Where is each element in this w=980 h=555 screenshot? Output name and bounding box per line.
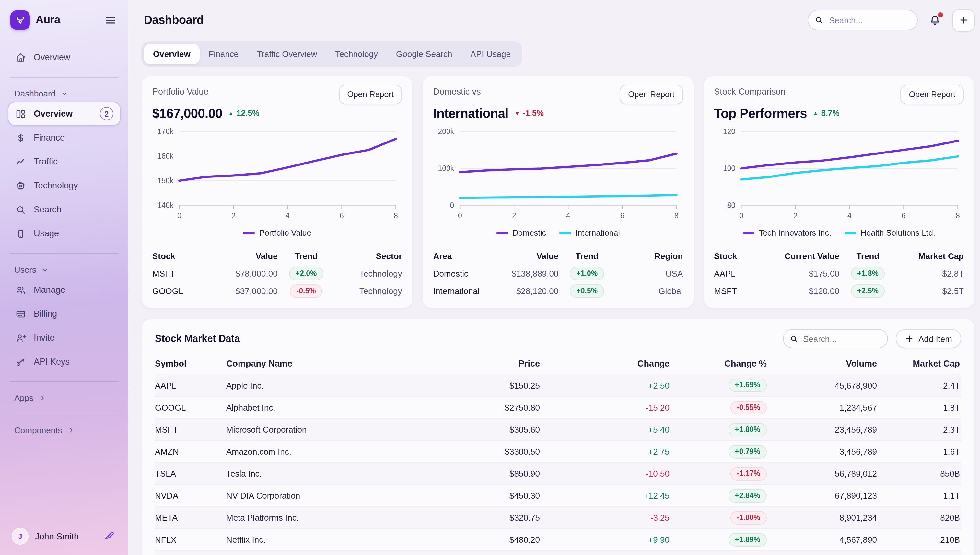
cell-change-pct: +2.84% — [671, 489, 768, 502]
card-value: Top Performers — [714, 106, 807, 121]
add-button[interactable] — [952, 9, 975, 31]
cell-value: $37,000.00 — [209, 286, 278, 296]
cell-volume: 3,456,789 — [768, 447, 878, 457]
chart-area: 0100k200k02468 — [433, 125, 683, 226]
sidebar-item-traffic[interactable]: Traffic — [8, 149, 121, 173]
cell-change-pct: -1.17% — [671, 467, 768, 481]
chevron-down-icon — [60, 89, 68, 98]
dollar-icon — [15, 132, 27, 143]
sidebar-item-billing[interactable]: Billing — [8, 302, 121, 326]
legend-item: Health Solutions Ltd. — [844, 229, 935, 238]
chart-area: 140k150k160k170k02468 — [152, 125, 402, 226]
sidebar-item-search[interactable]: Search — [8, 197, 121, 221]
notifications-button[interactable] — [927, 12, 943, 28]
legend-label: Health Solutions Ltd. — [861, 229, 935, 238]
chevron-right-icon — [66, 426, 75, 434]
cell-market-cap: 1.8T — [878, 403, 961, 412]
tab-finance[interactable]: Finance — [200, 44, 248, 64]
group-label-text: Components — [14, 425, 62, 435]
open-report-button[interactable]: Open Report — [901, 85, 964, 104]
sidebar-group-dashboard[interactable]: Dashboard — [8, 85, 121, 102]
sidebar-item-api-keys[interactable]: API Keys — [8, 350, 121, 374]
sidebar-item-finance[interactable]: Finance — [8, 126, 121, 149]
legend-label: Tech Innovators Inc. — [759, 229, 831, 238]
sidebar-item-usage[interactable]: Usage — [8, 221, 121, 245]
tab-traffic-overview[interactable]: Traffic Overview — [248, 44, 326, 64]
cell-company: Tesla Inc. — [226, 469, 418, 479]
theme-button[interactable] — [102, 529, 117, 544]
top-bar: Dashboard — [141, 8, 975, 32]
add-item-button[interactable]: Add Item — [896, 329, 961, 348]
cell-market-cap: 210B — [878, 535, 961, 545]
table-body: AAPLApple Inc.$150.25+2.50+1.69%45,678,9… — [155, 374, 961, 555]
trend-pill: -0.5% — [290, 285, 322, 298]
chart-legend: Tech Innovators Inc.Health Solutions Ltd… — [714, 227, 964, 239]
cell-category: $2.5T — [896, 286, 964, 296]
column-header: Value — [209, 251, 278, 261]
svg-text:8: 8 — [675, 212, 679, 220]
cell-change: +12.45 — [541, 491, 671, 500]
cell-market-cap: 850B — [878, 469, 961, 479]
column-header: Trend — [278, 251, 335, 261]
svg-text:6: 6 — [621, 212, 625, 220]
down-arrow-icon: ▼ — [514, 110, 520, 117]
tab-google-search[interactable]: Google Search — [387, 44, 461, 64]
cell-volume: 1,234,567 — [768, 403, 878, 412]
cell-company: Netflix Inc. — [226, 535, 418, 545]
search-icon — [789, 334, 798, 343]
open-report-button[interactable]: Open Report — [339, 85, 402, 104]
legend-item: Domestic — [496, 229, 546, 238]
svg-text:6: 6 — [340, 212, 344, 220]
table-header-row: StockValueTrendSector — [152, 247, 402, 265]
add-item-label: Add Item — [919, 334, 952, 343]
sidebar-item-manage[interactable]: Manage — [8, 278, 121, 302]
trend-pill: +0.79% — [728, 445, 767, 459]
sidebar-group-users[interactable]: Users — [8, 261, 121, 278]
tab-overview[interactable]: Overview — [144, 44, 200, 64]
divider — [10, 253, 119, 254]
sidebar-item-invite[interactable]: Invite — [8, 326, 121, 350]
column-header: Stock — [714, 251, 771, 261]
cell-change: -3.25 — [541, 513, 671, 523]
sidebar-item-label: API Keys — [34, 357, 113, 367]
legend-label: International — [575, 229, 620, 238]
legend-label: Domestic — [512, 229, 546, 238]
chart-legend: DomesticInternational — [433, 227, 683, 239]
chevron-right-icon — [38, 393, 46, 402]
svg-text:170k: 170k — [157, 127, 174, 136]
sidebar-item-overview[interactable]: Overview 2 — [8, 102, 121, 126]
sidebar-item-overview-home[interactable]: Overview — [8, 45, 121, 69]
table-row: NFLXNetflix Inc.$480.20+9.90+1.89%4,567,… — [155, 528, 961, 550]
cell-volume: 8,901,234 — [768, 513, 878, 523]
search-input[interactable] — [808, 10, 918, 30]
cell-name: MSFT — [152, 269, 209, 279]
cell-trend: -0.5% — [278, 285, 335, 298]
svg-text:6: 6 — [901, 212, 906, 220]
cell-company: NVIDIA Corporation — [226, 491, 418, 500]
sidebar-item-apps[interactable]: Apps — [8, 389, 121, 406]
chart-area: 8010012002468 — [714, 125, 964, 226]
table-header-row: SymbolCompany NamePriceChangeChange %Vol… — [155, 354, 961, 374]
cell-change: +2.75 — [541, 447, 671, 457]
svg-text:100: 100 — [723, 164, 735, 173]
open-report-button[interactable]: Open Report — [620, 85, 683, 104]
menu-toggle-button[interactable] — [102, 11, 119, 29]
column-header: Symbol — [155, 359, 226, 369]
user-row[interactable]: J John Smith — [8, 525, 121, 547]
cell-category: Global — [615, 286, 683, 296]
column-header: Trend — [558, 251, 615, 261]
sidebar-item-label: Usage — [34, 229, 113, 238]
tab-technology[interactable]: Technology — [326, 44, 387, 64]
sidebar-item-label: Traffic — [34, 157, 113, 167]
table-search-input[interactable] — [783, 329, 888, 348]
sidebar-item-components[interactable]: Components — [8, 422, 121, 438]
tab-api-usage[interactable]: API Usage — [462, 44, 520, 64]
trend-pill: +1.0% — [570, 267, 604, 281]
column-header: Area — [433, 251, 490, 261]
card-title: Portfolio Value — [152, 85, 209, 96]
svg-text:0: 0 — [450, 201, 454, 210]
sidebar-item-technology[interactable]: Technology — [8, 173, 121, 197]
card-value: $167,000.00 — [152, 106, 222, 121]
chart-line-icon — [15, 156, 27, 167]
cell-trend: +1.0% — [558, 267, 615, 281]
